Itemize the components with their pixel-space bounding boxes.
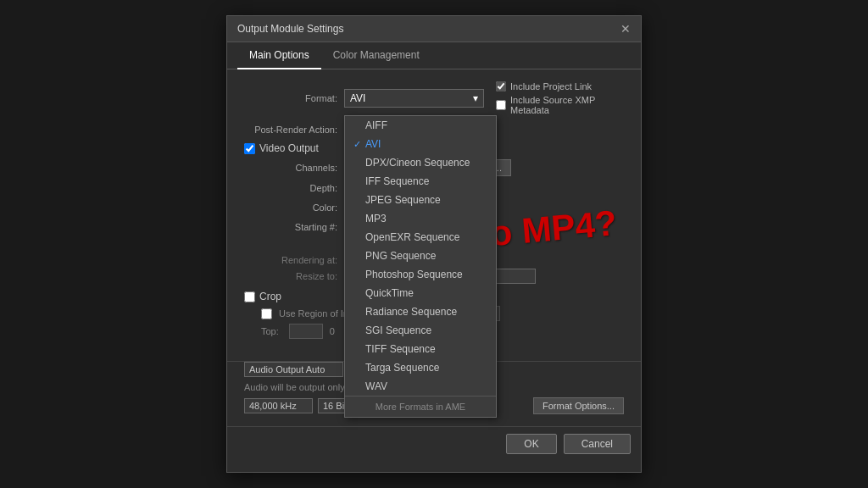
tab-bar: Main Options Color Management (227, 42, 641, 69)
dropdown-label-targa: Targa Sequence (365, 362, 439, 374)
dropdown-item-radiance[interactable]: Radiance Sequence (345, 302, 496, 321)
dialog-buttons: OK Cancel (227, 426, 641, 461)
check-mark-aiff (353, 120, 365, 130)
checkboxes-container: Include Project Link Include Source XMP … (496, 81, 624, 115)
dropdown-label-wav: WAV (365, 380, 387, 392)
dropdown-item-dpx[interactable]: DPX/Cineon Sequence (345, 153, 496, 172)
audio-khz-select[interactable]: 48,000 kHz (244, 398, 313, 413)
include-source-xmp-checkbox[interactable] (496, 100, 506, 110)
channels-label: Channels: (244, 163, 337, 173)
depth-label: Depth: (244, 183, 337, 193)
cancel-button[interactable]: Cancel (564, 434, 631, 454)
format-selected-value: AVI (350, 92, 365, 104)
resize-to-label: Resize to: (244, 271, 337, 281)
output-module-dialog: Output Module Settings ✕ Main Options Co… (226, 15, 642, 473)
crop-checkbox[interactable] (244, 291, 255, 302)
more-formats-button[interactable]: More Formats in AME (345, 396, 496, 417)
dropdown-label-mp3: MP3 (365, 213, 387, 225)
dropdown-label-aiff: AIFF (365, 119, 387, 131)
tab-color-management[interactable]: Color Management (321, 42, 431, 69)
post-render-label: Post-Render Action: (244, 125, 337, 135)
dropdown-label-jpeg: JPEG Sequence (365, 194, 441, 206)
dropdown-label-photoshop: Photoshop Sequence (365, 269, 463, 280)
format-label: Format: (244, 93, 337, 103)
top-value: 0 (330, 326, 335, 336)
dropdown-item-openexr[interactable]: OpenEXR Sequence (345, 228, 496, 247)
dropdown-item-targa[interactable]: Targa Sequence (345, 358, 496, 377)
chevron-down-icon: ▾ (473, 92, 478, 104)
title-bar: Output Module Settings ✕ (227, 16, 641, 42)
include-source-xmp-row: Include Source XMP Metadata (496, 95, 624, 115)
dropdown-item-avi[interactable]: ✓ AVI (345, 135, 496, 153)
format-dropdown[interactable]: AVI ▾ (344, 89, 484, 108)
color-label: Color: (244, 202, 337, 213)
dropdown-item-quicktime[interactable]: QuickTime (345, 284, 496, 302)
tab-main-options[interactable]: Main Options (237, 42, 321, 69)
dropdown-label-png: PNG Sequence (365, 250, 436, 262)
dropdown-label-quicktime: QuickTime (365, 287, 414, 299)
dropdown-label-openexr: OpenEXR Sequence (365, 231, 459, 243)
dropdown-label-radiance: Radiance Sequence (365, 306, 457, 318)
dropdown-item-iff[interactable]: IFF Sequence (345, 172, 496, 191)
dropdown-item-mp3[interactable]: MP3 (345, 209, 496, 228)
format-dropdown-menu: AIFF ✓ AVI DPX/Cineon Sequence IFF Seque… (344, 115, 497, 418)
include-project-link-label: Include Project Link (510, 81, 592, 92)
dropdown-item-png[interactable]: PNG Sequence (345, 247, 496, 265)
starting-label: Starting #: (244, 222, 337, 232)
use-region-checkbox[interactable] (261, 308, 272, 319)
include-project-link-row: Include Project Link (496, 81, 624, 92)
dropdown-label-tiff: TIFF Sequence (365, 343, 436, 355)
include-source-xmp-label: Include Source XMP Metadata (510, 95, 624, 115)
dropdown-item-aiff[interactable]: AIFF (345, 116, 496, 135)
close-button[interactable]: ✕ (620, 23, 631, 35)
check-mark-avi: ✓ (353, 139, 365, 150)
audio-output-select[interactable]: Audio Output Auto (244, 362, 343, 377)
dropdown-label-dpx: DPX/Cineon Sequence (365, 157, 470, 169)
main-content: Format: AVI ▾ Include Project Link Inclu… (227, 69, 641, 351)
rendering-at-label: Rendering at: (244, 255, 337, 265)
dropdown-label-avi: AVI (365, 138, 381, 150)
dropdown-item-sgi[interactable]: SGI Sequence (345, 321, 496, 340)
dropdown-item-jpeg[interactable]: JPEG Sequence (345, 191, 496, 209)
dialog-title: Output Module Settings (237, 23, 343, 35)
dropdown-item-photoshop[interactable]: Photoshop Sequence (345, 265, 496, 284)
dropdown-label-sgi: SGI Sequence (365, 324, 431, 336)
ok-button[interactable]: OK (506, 434, 556, 454)
audio-format-options-button[interactable]: Format Options... (533, 397, 624, 414)
video-output-checkbox[interactable] (244, 143, 255, 154)
video-output-label: Video Output (259, 142, 319, 154)
include-project-link-checkbox[interactable] (496, 81, 506, 92)
format-row: Format: AVI ▾ Include Project Link Inclu… (244, 81, 624, 115)
dropdown-item-tiff[interactable]: TIFF Sequence (345, 340, 496, 358)
crop-label: Crop (259, 291, 281, 302)
dropdown-label-iff: IFF Sequence (365, 175, 429, 187)
top-input[interactable] (289, 324, 323, 339)
top-label: Top: (261, 326, 279, 336)
dropdown-item-wav[interactable]: WAV (345, 377, 496, 396)
